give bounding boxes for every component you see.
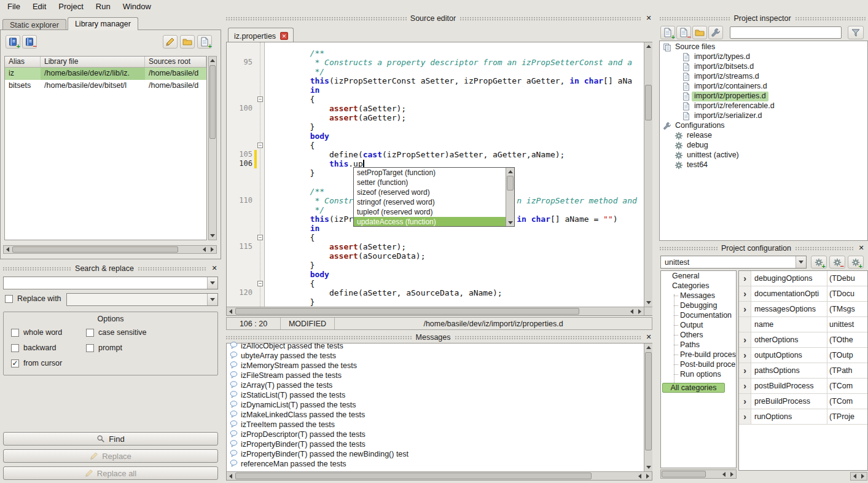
category-general[interactable]: General xyxy=(661,271,736,281)
scroll-right-icon[interactable] xyxy=(636,307,644,315)
replace-button[interactable]: Replace xyxy=(3,449,218,463)
menu-edit[interactable]: Edit xyxy=(26,1,52,12)
menu-project[interactable]: Project xyxy=(52,1,89,12)
menu-run[interactable]: Run xyxy=(90,1,117,12)
scroll-down-icon[interactable] xyxy=(209,232,216,240)
close-tab-icon[interactable]: ✕ xyxy=(280,32,288,40)
tree-root-configurations[interactable]: Configurations xyxy=(660,121,867,131)
close-icon[interactable]: ✕ xyxy=(644,333,653,342)
scroll-down-icon[interactable] xyxy=(506,219,514,226)
find-button[interactable]: Find xyxy=(3,432,218,446)
tab-library-manager[interactable]: Library manager xyxy=(68,17,138,30)
option-whole-word[interactable]: whole word xyxy=(11,328,86,337)
property-row-name[interactable]: nameunittest xyxy=(739,317,867,332)
message-item[interactable]: izTreeItem passed the tests xyxy=(228,420,643,430)
tree-file-serializer.d[interactable]: import/iz/serializer.d xyxy=(660,111,867,121)
replace-term-combobox[interactable] xyxy=(66,293,218,306)
property-value[interactable]: (TOthe xyxy=(827,332,867,347)
message-item[interactable]: izMemoryStream passed the tests xyxy=(228,361,643,371)
option-prompt[interactable]: prompt xyxy=(86,344,211,352)
option-backward[interactable]: backward xyxy=(11,344,86,352)
property-value[interactable]: (TOutp xyxy=(827,348,867,363)
completion-scrollbar[interactable] xyxy=(506,168,514,226)
message-item[interactable]: izPropDescriptor(T) passed the tests xyxy=(228,430,643,439)
message-item[interactable]: izStaticList(T) passed the tests xyxy=(228,390,643,400)
clone-configuration-button[interactable]: + xyxy=(848,256,864,269)
open-library-file-button[interactable] xyxy=(180,35,195,49)
checkbox[interactable] xyxy=(86,344,94,352)
dropdown-arrow-icon[interactable] xyxy=(207,277,217,289)
category-others[interactable]: Others xyxy=(661,330,736,340)
scrollbar-thumb[interactable] xyxy=(12,246,178,253)
message-item[interactable]: izMakeLinkedClass passed the tests xyxy=(228,410,643,420)
dropdown-arrow-icon[interactable] xyxy=(796,256,806,268)
close-icon[interactable]: ✕ xyxy=(210,264,219,273)
message-item[interactable]: izDynamicList(T) passed the tests xyxy=(228,400,643,410)
property-value[interactable]: (TCom xyxy=(827,394,867,409)
editor-vertical-scrollbar[interactable] xyxy=(644,42,652,307)
message-item[interactable]: izPropertyBinder(T) passed the newBindin… xyxy=(228,449,643,459)
category-documentation[interactable]: Documentation xyxy=(661,310,736,320)
configuration-combobox[interactable]: unittest xyxy=(660,256,807,269)
expand-arrow-icon[interactable]: › xyxy=(739,379,751,393)
library-vertical-scrollbar[interactable] xyxy=(208,56,217,240)
option-from-cursor[interactable]: ✓from cursor xyxy=(11,359,86,367)
scroll-right-icon[interactable] xyxy=(208,246,216,253)
tree-file-bitsets.d[interactable]: import/iz/bitsets.d xyxy=(660,62,867,72)
scrollbar-thumb[interactable] xyxy=(507,176,514,190)
category-categories[interactable]: Categories xyxy=(661,281,736,291)
replace-all-button[interactable]: Replace all xyxy=(3,466,218,480)
category-messages[interactable]: Messages xyxy=(661,291,736,300)
add-source-button[interactable]: + xyxy=(660,26,675,39)
scrollbar-thumb[interactable] xyxy=(235,308,579,315)
editor-horizontal-scrollbar[interactable] xyxy=(227,307,644,315)
scroll-left-icon[interactable] xyxy=(227,307,235,315)
messages-horizontal-scrollbar[interactable] xyxy=(227,471,652,480)
scroll-left-icon[interactable] xyxy=(227,472,235,480)
scrollbar-thumb[interactable] xyxy=(662,471,706,477)
project-settings-button[interactable] xyxy=(708,26,723,39)
category-debugging[interactable]: Debugging xyxy=(661,300,736,310)
expand-arrow-icon[interactable]: › xyxy=(739,286,751,301)
tree-file-types.d[interactable]: import/iz/types.d xyxy=(660,52,867,62)
scroll-right-icon[interactable] xyxy=(644,472,652,480)
tree-config-unittest[interactable]: unittest (active) xyxy=(660,151,867,160)
fold-collapse-icon[interactable]: − xyxy=(257,235,263,240)
library-row-bitsets[interactable]: bitsets/home/basile/dev/bitset/l/home/ba… xyxy=(5,80,206,92)
completion-item[interactable]: tupleof (reserved word) xyxy=(354,207,506,217)
message-item[interactable]: referenceMan passed the tests xyxy=(228,459,643,469)
message-item[interactable]: izAllocObject passed the tests xyxy=(228,341,643,351)
scroll-left-icon[interactable] xyxy=(628,307,636,315)
column-header-sources-root[interactable]: Sources root xyxy=(145,57,206,67)
scroll-down-icon[interactable] xyxy=(644,299,652,307)
tree-file-properties.d[interactable]: import/iz/properties.d xyxy=(660,92,867,101)
property-row-postBuildProcess[interactable]: ›postBuildProcess(TCom xyxy=(739,379,867,394)
library-row-iz[interactable]: iz/home/basile/dev/iz/lib/iz./home/basil… xyxy=(5,68,206,80)
add-library-button[interactable]: + xyxy=(6,35,20,49)
scroll-left-icon[interactable] xyxy=(851,473,859,480)
tree-root-source-files[interactable]: Source files xyxy=(660,42,867,52)
filter-button[interactable] xyxy=(848,26,864,39)
scroll-left-icon[interactable] xyxy=(200,246,208,253)
expand-arrow-icon[interactable]: › xyxy=(739,271,751,286)
property-value[interactable]: (TDebu xyxy=(827,271,867,286)
completion-item[interactable]: setPropTarget (function) xyxy=(354,168,506,178)
scrollbar-thumb[interactable] xyxy=(645,352,652,450)
checkbox[interactable] xyxy=(11,344,19,352)
completion-item[interactable]: sizeof (reserved word) xyxy=(354,187,506,197)
checkbox[interactable]: ✓ xyxy=(11,359,19,367)
add-configuration-button[interactable]: + xyxy=(811,256,827,269)
add-from-project-button[interactable]: + xyxy=(197,35,212,49)
scroll-left-icon[interactable] xyxy=(636,472,644,480)
scroll-up-icon[interactable] xyxy=(209,57,216,65)
add-folder-button[interactable] xyxy=(692,26,707,39)
remove-configuration-button[interactable]: − xyxy=(829,256,845,269)
expand-arrow-icon[interactable]: › xyxy=(739,302,751,316)
property-value[interactable]: (TDocu xyxy=(827,286,867,301)
categories-horizontal-scrollbar[interactable] xyxy=(660,469,737,479)
scrollbar-thumb[interactable] xyxy=(235,473,592,479)
tree-config-release[interactable]: release xyxy=(660,131,867,141)
property-row-runOptions[interactable]: ›runOptions(TProje xyxy=(739,409,867,425)
scrollbar-thumb[interactable] xyxy=(645,85,652,120)
remove-source-button[interactable]: − xyxy=(676,26,691,39)
